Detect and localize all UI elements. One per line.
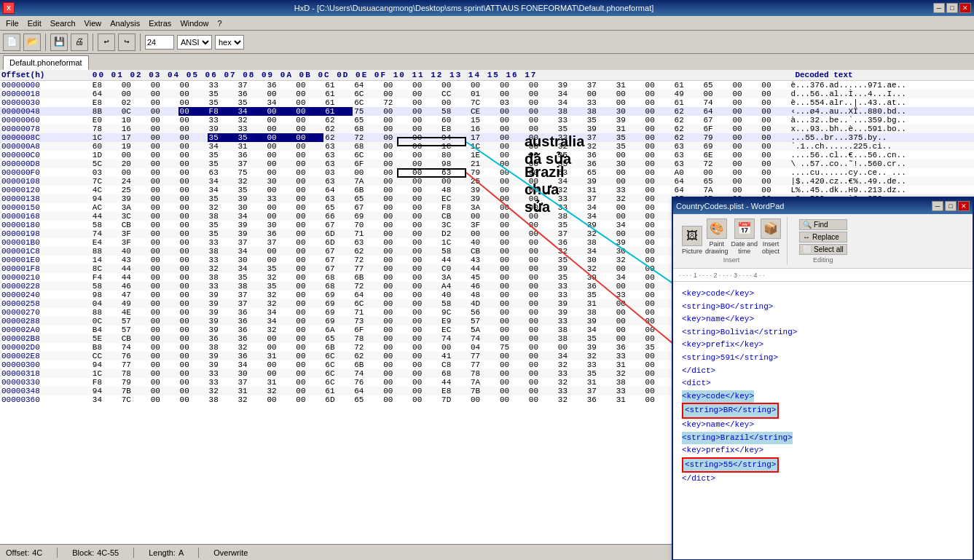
hex-byte[interactable]: 35 [586,291,615,299]
hex-byte[interactable]: 35 [586,369,615,378]
hex-byte[interactable]: 74 [353,369,382,378]
hex-byte[interactable]: 00 [382,273,411,282]
hex-byte[interactable]: 00 [265,212,294,221]
hex-byte[interactable]: 00 [149,352,178,360]
hex-byte[interactable]: 38 [557,212,586,221]
save-button[interactable]: 💾 [50,33,68,51]
hex-byte[interactable]: CC [440,90,469,98]
hex-byte[interactable]: 33 [208,256,237,264]
hex-byte[interactable]: 00 [760,116,789,125]
hex-byte[interactable]: 00 [644,247,673,256]
hex-byte[interactable]: 37 [236,378,265,387]
hex-byte[interactable]: 33 [557,203,586,212]
hex-byte[interactable]: 49 [673,90,702,98]
hex-byte[interactable]: 00 [294,343,323,352]
hex-byte[interactable]: 76 [353,378,382,387]
hex-byte[interactable]: 44 [120,264,149,273]
hex-byte[interactable]: 35 [236,273,265,282]
hex-byte[interactable]: 61 [323,98,353,107]
hex-byte[interactable]: 00 [498,194,527,203]
hex-byte[interactable]: 00 [527,378,557,387]
hex-byte[interactable]: 00 [527,107,557,116]
hex-byte[interactable]: 5C [91,159,120,168]
hex-byte[interactable]: 00 [149,247,178,256]
hex-byte[interactable]: 36 [236,151,265,159]
hex-byte[interactable]: 00 [149,159,178,168]
hex-byte[interactable]: 32 [586,142,615,151]
hex-byte[interactable]: 48 [469,291,498,299]
hex-byte[interactable]: 33 [615,186,644,194]
hex-byte[interactable]: 3F [120,238,149,247]
close-button[interactable]: ✕ [959,3,971,13]
hex-byte[interactable]: 46 [469,282,498,291]
hex-byte[interactable]: 04 [469,343,498,352]
hex-byte[interactable]: 00 [382,159,411,168]
hex-byte[interactable]: 03 [323,168,353,177]
hex-byte[interactable]: 00 [149,168,178,177]
hex-byte[interactable]: 38 [208,395,237,404]
hex-byte[interactable]: 36 [615,343,644,352]
hex-byte[interactable]: 00 [615,282,644,291]
hex-byte[interactable]: 00 [265,360,294,369]
hex-byte[interactable]: 00 [411,326,440,334]
select-all-button[interactable]: ⬜ Select all [799,244,847,255]
hex-byte[interactable]: 00 [411,343,440,352]
ribbon-insert-obj-icon[interactable]: 📦 Insertobject [761,218,781,255]
hex-byte[interactable]: 00 [294,299,323,308]
hex-byte[interactable]: 00 [265,125,294,133]
hex-byte[interactable]: 44 [440,378,469,387]
hex-byte[interactable]: 00 [178,133,208,142]
hex-byte[interactable]: 00 [294,133,323,142]
hex-byte[interactable]: 3C [440,221,469,229]
hex-byte[interactable]: 00 [149,125,178,133]
hex-byte[interactable]: 00 [294,194,323,203]
hex-byte[interactable]: 00 [615,229,644,238]
hex-byte[interactable]: 00 [294,256,323,264]
hex-byte[interactable]: 00 [644,116,673,125]
tab-default-phoneformat[interactable]: Default.phoneformat [3,55,89,70]
hex-byte[interactable]: 35 [557,256,586,264]
hex-byte[interactable]: 38 [586,308,615,317]
undo-button[interactable]: ↩ [98,33,115,51]
wp-minimize[interactable]: ─ [932,201,943,211]
hex-byte[interactable]: 00 [760,133,789,142]
hex-byte[interactable]: 00 [149,212,178,221]
hex-byte[interactable]: 00 [498,203,527,212]
hex-byte[interactable]: A0 [673,168,702,177]
hex-byte[interactable]: 75 [498,343,527,352]
wp-close[interactable]: ✕ [958,201,970,211]
hex-byte[interactable]: 00 [149,299,178,308]
hex-byte[interactable]: 63 [440,168,469,177]
hex-byte[interactable]: 00 [615,212,644,221]
hex-byte[interactable]: 32 [236,343,265,352]
hex-byte[interactable]: 61 [323,81,353,90]
hex-byte[interactable]: 00 [149,81,178,90]
hex-byte[interactable]: 63 [673,142,702,151]
hex-byte[interactable]: 00 [178,308,208,317]
hex-byte[interactable]: 35 [557,273,586,282]
hex-byte[interactable]: E0 [91,116,120,125]
hex-byte[interactable]: 00 [615,90,644,98]
hex-byte[interactable]: 6C [353,299,382,308]
hex-byte[interactable]: 63 [323,151,353,159]
hex-byte[interactable]: 65 [586,168,615,177]
hex-byte[interactable]: 69 [323,299,353,308]
hex-byte[interactable]: 94 [91,360,120,369]
hex-byte[interactable]: 32 [236,395,265,404]
hex-byte[interactable]: 00 [527,90,557,98]
hex-byte[interactable]: 00 [411,229,440,238]
hex-byte[interactable]: 1E [469,151,498,159]
hex-byte[interactable]: 00 [760,107,789,116]
hex-byte[interactable]: 36 [236,90,265,98]
hex-byte[interactable]: 39 [236,194,265,203]
hex-byte[interactable]: 00 [294,107,323,116]
hex-byte[interactable]: 00 [644,212,673,221]
hex-byte[interactable]: 68 [323,282,353,291]
hex-byte[interactable]: 00 [411,159,440,168]
hex-byte[interactable]: 39 [208,299,237,308]
hex-byte[interactable]: 00 [440,177,469,186]
hex-byte[interactable]: 00 [498,256,527,264]
hex-byte[interactable]: 00 [527,125,557,133]
hex-byte[interactable]: 7A [469,378,498,387]
hex-byte[interactable]: 00 [411,81,440,90]
